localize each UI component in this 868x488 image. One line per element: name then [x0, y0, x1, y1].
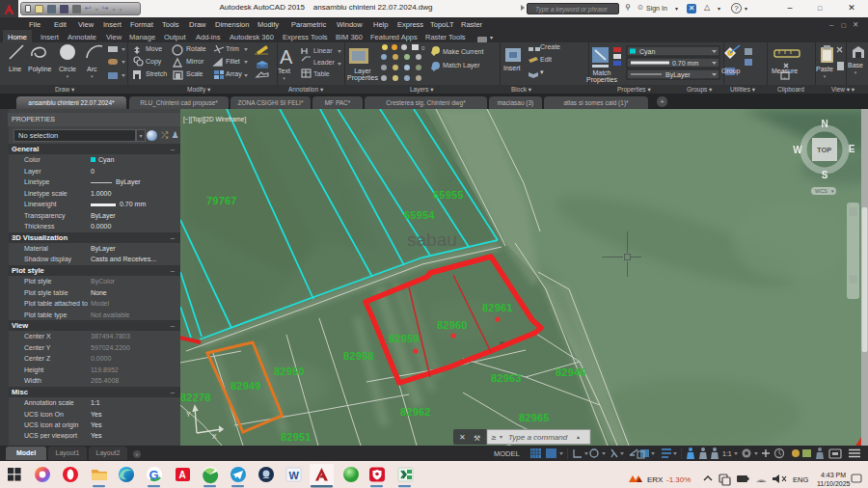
svg-text:Type a command: Type a command — [508, 433, 568, 442]
svg-text:0: 0 — [421, 45, 425, 51]
svg-text:82965: 82965 — [519, 412, 550, 423]
svg-text:82949: 82949 — [231, 380, 261, 392]
svg-text:82951: 82951 — [281, 431, 312, 443]
svg-text:▴: ▴ — [577, 434, 580, 440]
svg-text:4:43 PM: 4:43 PM — [821, 472, 846, 478]
svg-text:X: X — [212, 433, 217, 440]
svg-text:≳: ≳ — [491, 434, 497, 441]
svg-text:E: E — [849, 144, 855, 154]
svg-text:65954: 65954 — [404, 209, 435, 221]
svg-text:ENG: ENG — [793, 475, 808, 484]
svg-text:65955: 65955 — [433, 189, 464, 201]
svg-text:sabau: sabau — [407, 230, 457, 250]
svg-text:[−][Top][2D Wireframe]: [−][Top][2D Wireframe] — [183, 116, 246, 123]
svg-text:▾: ▾ — [500, 434, 502, 440]
svg-text:Leader: Leader — [313, 59, 335, 66]
svg-text:TOP: TOP — [817, 146, 831, 154]
svg-text:82962: 82962 — [400, 406, 431, 418]
svg-text:82950: 82950 — [274, 366, 305, 377]
svg-text:11/10/2025: 11/10/2025 — [817, 480, 851, 487]
svg-text:S: S — [822, 170, 828, 180]
svg-text:Y: Y — [186, 411, 191, 418]
svg-text:WCS: WCS — [815, 188, 827, 194]
svg-text:MODEL: MODEL — [494, 449, 520, 458]
svg-text:Linear: Linear — [313, 47, 333, 54]
svg-text:⚒: ⚒ — [474, 434, 480, 443]
svg-text:N: N — [821, 119, 827, 129]
svg-text:ByLayer: ByLayer — [665, 71, 691, 79]
svg-text:A: A — [280, 46, 293, 68]
svg-text:82961: 82961 — [482, 302, 513, 313]
svg-text:79767: 79767 — [206, 195, 237, 206]
svg-text:82946: 82946 — [556, 366, 586, 378]
svg-text:0.70 mm: 0.70 mm — [672, 60, 698, 67]
svg-text:Table: Table — [313, 70, 330, 77]
svg-text:82958: 82958 — [343, 350, 374, 362]
svg-text:W: W — [793, 145, 802, 155]
svg-text:82963: 82963 — [491, 372, 522, 384]
svg-text:-1.30%: -1.30% — [666, 475, 691, 484]
svg-text:W: W — [289, 470, 300, 481]
svg-text:1:1: 1:1 — [722, 450, 732, 457]
svg-text:82959: 82959 — [389, 333, 420, 344]
svg-text:82278: 82278 — [180, 392, 211, 403]
svg-text:Cyan: Cyan — [639, 48, 655, 56]
svg-text:ERX: ERX — [647, 475, 664, 484]
svg-text:✕: ✕ — [459, 433, 466, 442]
svg-text:A: A — [179, 470, 186, 480]
svg-text:82960: 82960 — [437, 319, 468, 331]
